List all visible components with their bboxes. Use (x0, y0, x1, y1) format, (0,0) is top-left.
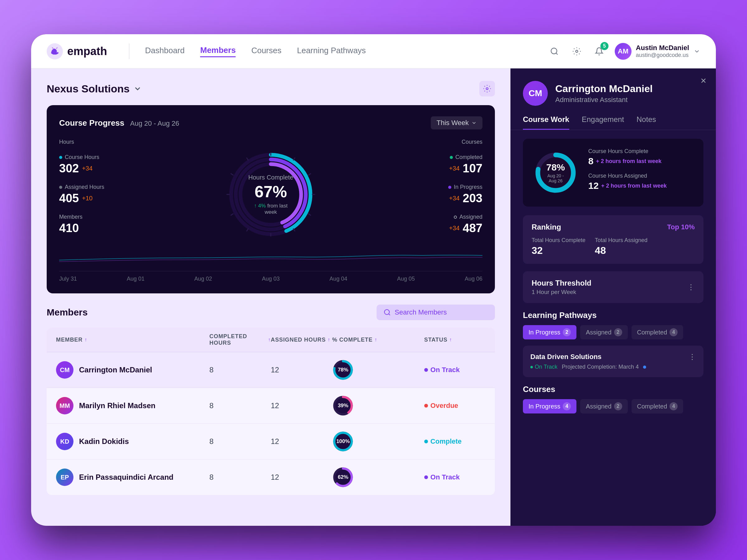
svg-point-23 (384, 310, 389, 315)
cp-center-donut: Hours Complete 67% ↑ 4% from last week (128, 148, 414, 241)
settings-button[interactable] (570, 45, 584, 58)
mini-donut-3: 62% (332, 466, 354, 488)
user-menu[interactable]: AM Austin McDaniel austin@goodcode.us (615, 43, 700, 60)
svg-point-3 (575, 50, 578, 52)
mini-donut-value-3: 62% (338, 474, 348, 480)
tch-label: Total Hours Complete (532, 237, 586, 244)
close-button[interactable]: ✕ (698, 75, 709, 86)
lp-card-header: Data Driven Solutions ⋮ (531, 352, 696, 361)
main-donut-chart: Hours Complete 67% ↑ 4% from last week (224, 148, 317, 241)
sort-completed-icon[interactable]: ↑ (268, 337, 271, 343)
progress-cell-3: 62% (332, 466, 424, 488)
hours-threshold-card: Hours Threshold 1 Hour per Week ⋮ (523, 271, 703, 303)
search-button[interactable] (547, 45, 561, 58)
courses-tab-in-progress[interactable]: In Progress 4 (523, 399, 576, 414)
svg-line-15 (293, 158, 295, 161)
rp-name: Carrington McDaniel (555, 83, 653, 95)
ring-ch-assigned-label: Course Hours Assigned (588, 173, 694, 179)
sort-status-icon[interactable]: ↑ (449, 337, 452, 343)
courses-title: Courses (523, 384, 703, 394)
donut-center-text: Hours Complete 67% ↑ 4% from last week (248, 174, 294, 215)
lp-tab-assigned[interactable]: Assigned 2 (580, 325, 627, 340)
courses-tab-1-label: Assigned (586, 403, 611, 410)
courses-tab-completed[interactable]: Completed 4 (632, 399, 684, 414)
member-name-3: Erin Passaquindici Arcand (79, 473, 173, 482)
lp-tab-in-progress[interactable]: In Progress 2 (523, 325, 576, 340)
cp-left-stats: Course Hours 302 +34 Assigned Hours (59, 154, 128, 235)
lp-projected: Projected Completion: March 4 (562, 364, 639, 370)
course-progress-card: Course Progress Aug 20 - Aug 26 This Wee… (47, 105, 495, 293)
ranking-title: Ranking (532, 223, 561, 232)
course-hours-label: Course Hours (65, 154, 99, 161)
logo-area[interactable]: empath (47, 43, 107, 59)
tab-course-work[interactable]: Course Work (523, 115, 569, 130)
lp-tab-completed[interactable]: Completed 4 (632, 325, 684, 340)
nav-learning-pathways[interactable]: Learning Pathways (297, 46, 366, 57)
total-hours-complete: Total Hours Complete 32 (532, 237, 586, 256)
courses-tab-1-count: 2 (614, 402, 622, 410)
completed-stat: Completed +34 107 (449, 154, 483, 175)
lp-tab-2-count: 4 (670, 328, 677, 336)
status-0: On Track (424, 366, 486, 374)
threshold-menu-button[interactable]: ⋮ (687, 283, 695, 292)
ranking-stats: Total Hours Complete 32 Total Hours Assi… (532, 237, 695, 256)
assigned-value: 487 (463, 221, 483, 235)
member-cell-2: KD Kadin Dokidis (56, 433, 209, 450)
assigned-hours-delta: +10 (82, 195, 93, 202)
notification-count: 5 (600, 42, 609, 50)
table-row[interactable]: KD Kadin Dokidis 8 12 100% (47, 424, 495, 459)
sort-pct-icon[interactable]: ↑ (375, 337, 377, 343)
ring-course-hours-assigned: Course Hours Assigned 12 + 2 hours from … (588, 173, 694, 191)
donut-label: Hours Complete (248, 174, 294, 181)
tab-engagement[interactable]: Engagement (582, 115, 624, 130)
nav-links: Dashboard Members Courses Learning Pathw… (145, 46, 535, 57)
in-progress-delta: +34 (449, 195, 460, 202)
lp-title: Learning Pathways (523, 311, 703, 320)
ranking-header: Ranking Top 10% (532, 223, 695, 232)
status-2: Complete (424, 437, 486, 446)
assigned-hours-dot (59, 186, 62, 189)
completed-0: 8 (209, 366, 271, 374)
status-1: Overdue (424, 402, 486, 410)
svg-line-19 (293, 229, 295, 232)
table-row[interactable]: MM Marilyn Rhiel Madsen 8 12 39% (47, 388, 495, 424)
members-search[interactable]: Search Members (377, 304, 495, 320)
completed-label: Completed (455, 154, 483, 161)
member-avatar-1: MM (56, 397, 74, 415)
lp-card-menu-button[interactable]: ⋮ (689, 352, 696, 361)
members-title: Members (47, 307, 88, 318)
user-info: Austin McDaniel austin@goodcode.us (636, 44, 689, 58)
courses-tab-assigned[interactable]: Assigned 2 (580, 399, 627, 414)
member-cell-1: MM Marilyn Rhiel Madsen (56, 397, 209, 415)
table-row[interactable]: EP Erin Passaquindici Arcand 8 12 62% (47, 459, 495, 495)
cp-header: Course Progress Aug 20 - Aug 26 This Wee… (59, 116, 483, 129)
ring-dates: Aug 20 - Aug 26 (544, 173, 567, 183)
period-selector[interactable]: This Week (431, 116, 483, 129)
table-row[interactable]: CM Carrington McDaniel 8 12 78% (47, 352, 495, 388)
nav-courses[interactable]: Courses (251, 46, 281, 57)
svg-line-12 (231, 174, 233, 176)
members-table: MEMBER ↑ COMPLETED HOURS ↑ ASSIGNED HOUR… (47, 328, 495, 495)
tha-value: 48 (595, 245, 647, 256)
sort-member-icon[interactable]: ↑ (84, 337, 87, 343)
sort-assigned-icon[interactable]: ↑ (328, 337, 331, 343)
course-hours-stat: Course Hours 302 +34 (59, 154, 128, 175)
th-completed: COMPLETED HOURS ↑ (209, 333, 271, 346)
tab-notes[interactable]: Notes (637, 115, 656, 130)
org-settings-button[interactable] (479, 81, 495, 97)
logo-text: empath (67, 45, 107, 58)
search-icon (383, 309, 391, 316)
course-hours-delta: +34 (82, 165, 93, 172)
nav-dashboard[interactable]: Dashboard (145, 46, 185, 57)
org-chevron-icon (133, 84, 142, 93)
th-status: STATUS ↑ (424, 333, 486, 346)
assigned-1: 12 (271, 401, 332, 410)
notifications-button[interactable]: 5 (592, 45, 606, 58)
org-title-area[interactable]: Nexus Solutions (47, 83, 142, 95)
in-progress-label: In Progress (454, 184, 483, 190)
cp-title-area: Course Progress Aug 20 - Aug 26 (59, 118, 179, 128)
nav-members[interactable]: Members (200, 46, 236, 57)
courses-tab-0-count: 4 (563, 402, 571, 410)
tch-value: 32 (532, 245, 586, 256)
user-name: Austin McDaniel (636, 44, 689, 52)
